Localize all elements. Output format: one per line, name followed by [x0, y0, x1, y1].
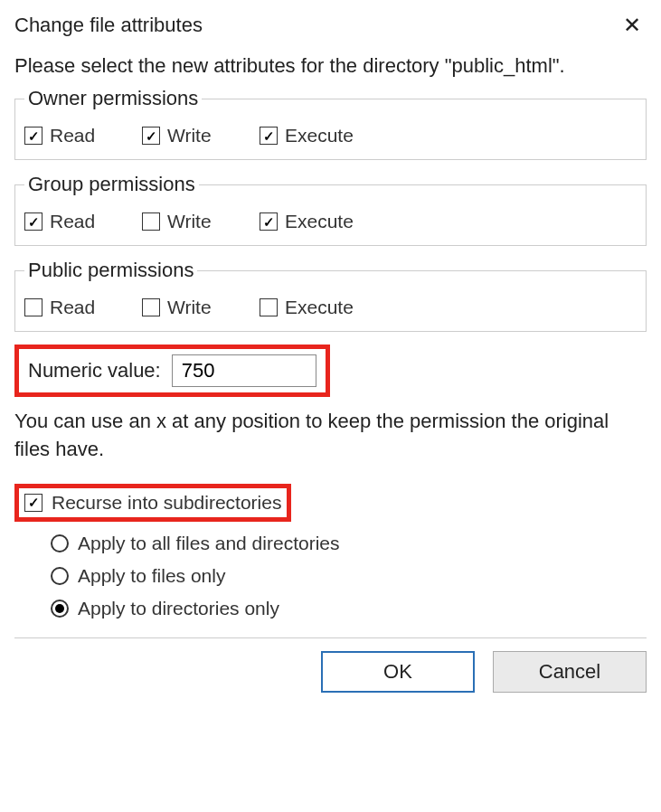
cancel-button[interactable]: Cancel [493, 651, 647, 693]
checkbox-icon [24, 494, 42, 512]
group-execute-checkbox[interactable]: Execute [260, 211, 359, 232]
checkbox-icon [142, 212, 160, 231]
checkbox-icon [24, 212, 42, 231]
titlebar: Change file attributes ✕ [14, 13, 647, 38]
checkbox-icon [142, 298, 160, 316]
button-row: OK Cancel [14, 651, 647, 693]
owner-legend: Owner permissions [24, 87, 202, 110]
owner-permissions-group: Owner permissions Read Write Execute [14, 87, 647, 160]
radio-icon [51, 534, 69, 552]
change-attributes-dialog: Change file attributes ✕ Please select t… [0, 0, 661, 705]
group-read-checkbox[interactable]: Read [24, 211, 124, 232]
apply-all-label: Apply to all files and directories [78, 533, 339, 554]
numeric-value-input[interactable] [172, 354, 316, 387]
instruction-text: Please select the new attributes for the… [14, 54, 647, 78]
apply-files-label: Apply to files only [78, 565, 225, 587]
checkbox-icon [260, 212, 278, 231]
group-read-label: Read [50, 211, 95, 232]
checkbox-icon [142, 127, 160, 145]
public-write-label: Write [167, 297, 212, 318]
group-write-checkbox[interactable]: Write [142, 211, 241, 232]
group-perm-row: Read Write Execute [24, 211, 637, 232]
numeric-value-label: Numeric value: [28, 359, 161, 382]
public-execute-checkbox[interactable]: Execute [260, 297, 359, 318]
checkbox-icon [260, 127, 278, 145]
hint-text: You can use an x at any position to keep… [14, 408, 647, 464]
owner-read-label: Read [50, 125, 95, 146]
separator [14, 637, 647, 638]
group-write-label: Write [167, 211, 212, 232]
apply-dirs-radio[interactable]: Apply to directories only [51, 598, 647, 619]
numeric-value-row: Numeric value: [14, 345, 330, 397]
apply-dirs-label: Apply to directories only [78, 598, 279, 619]
ok-button[interactable]: OK [321, 651, 475, 693]
owner-perm-row: Read Write Execute [24, 125, 637, 146]
public-write-checkbox[interactable]: Write [142, 297, 241, 318]
radio-icon [51, 600, 69, 618]
apply-radio-group: Apply to all files and directories Apply… [51, 533, 647, 619]
owner-execute-checkbox[interactable]: Execute [260, 125, 359, 146]
checkbox-icon [260, 298, 278, 316]
checkbox-icon [24, 298, 42, 316]
checkbox-icon [24, 127, 42, 145]
public-legend: Public permissions [24, 259, 197, 282]
public-permissions-group: Public permissions Read Write Execute [14, 259, 647, 332]
owner-write-checkbox[interactable]: Write [142, 125, 241, 146]
owner-write-label: Write [167, 125, 212, 146]
group-execute-label: Execute [285, 211, 354, 232]
recurse-checkbox[interactable]: Recurse into subdirectories [14, 484, 291, 522]
public-read-checkbox[interactable]: Read [24, 297, 124, 318]
recurse-label: Recurse into subdirectories [52, 492, 281, 514]
public-read-label: Read [50, 297, 95, 318]
owner-read-checkbox[interactable]: Read [24, 125, 124, 146]
public-perm-row: Read Write Execute [24, 297, 637, 318]
radio-icon [51, 567, 69, 585]
close-icon[interactable]: ✕ [618, 13, 647, 38]
public-execute-label: Execute [285, 297, 354, 318]
apply-all-radio[interactable]: Apply to all files and directories [51, 533, 647, 554]
owner-execute-label: Execute [285, 125, 354, 146]
dialog-title: Change file attributes [14, 14, 203, 37]
group-legend: Group permissions [24, 173, 199, 196]
apply-files-radio[interactable]: Apply to files only [51, 565, 647, 587]
group-permissions-group: Group permissions Read Write Execute [14, 173, 647, 246]
